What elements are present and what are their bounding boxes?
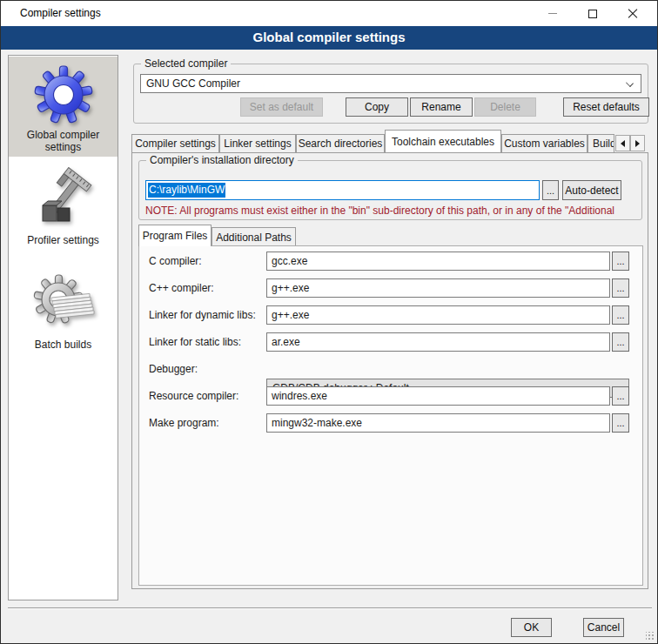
linker-dynamic-input[interactable]: g++.exe [266, 305, 610, 325]
resource-compiler-browse-button[interactable]: ... [612, 386, 629, 406]
sidebar-item-batch-builds[interactable]: Batch builds [9, 268, 118, 372]
bin-subdirectory-note: NOTE: All programs must exist either in … [145, 205, 649, 218]
linker-static-label: Linker for static libs: [149, 335, 241, 349]
maximize-button[interactable] [573, 1, 613, 26]
cpp-compiler-value: g++.exe [272, 282, 309, 294]
debugger-label: Debugger: [149, 362, 198, 376]
compiler-select[interactable]: GNU GCC Compiler [140, 74, 641, 93]
arrow-right-icon [635, 140, 640, 147]
subtab-program-files[interactable]: Program Files [138, 225, 212, 246]
tab-custom-variables[interactable]: Custom variables [501, 134, 588, 152]
resource-compiler-value: windres.exe [272, 390, 327, 402]
maximize-icon [588, 10, 597, 18]
sidebar-item-label: Profiler settings [27, 234, 99, 246]
sidebar-item-global-compiler-settings[interactable]: Global compiler settings [9, 57, 118, 157]
compiler-settings-window: Compiler settings Global compiler settin… [0, 0, 658, 644]
linker-dynamic-value: g++.exe [272, 309, 309, 321]
installation-directory-input[interactable]: C:\raylib\MinGW [145, 180, 540, 200]
cpp-compiler-input[interactable]: g++.exe [266, 278, 610, 298]
sidebar-item-profiler-settings[interactable]: Profiler settings [9, 160, 118, 268]
footer-divider [8, 607, 652, 609]
resource-compiler-label: Resource compiler: [149, 389, 238, 403]
caliper-icon [32, 167, 95, 230]
arrow-left-icon [621, 140, 625, 147]
close-button[interactable] [613, 1, 653, 26]
make-program-value: mingw32-make.exe [272, 417, 362, 429]
chevron-down-icon [626, 79, 634, 87]
compiler-select-value: GNU GCC Compiler [146, 77, 240, 90]
c-compiler-label: C compiler: [149, 254, 202, 268]
tab-compiler-settings[interactable]: Compiler settings [131, 134, 219, 152]
linker-static-browse-button[interactable]: ... [612, 332, 629, 352]
subtab-additional-paths[interactable]: Additional Paths [212, 227, 296, 246]
c-compiler-input[interactable]: gcc.exe [266, 252, 610, 271]
linker-dynamic-browse-button[interactable]: ... [612, 305, 629, 325]
linker-static-input[interactable]: ar.exe [266, 332, 610, 352]
tab-scroll-right-button[interactable] [630, 135, 645, 151]
c-compiler-value: gcc.exe [272, 255, 307, 267]
linker-dynamic-label: Linker for dynamic libs: [149, 308, 256, 322]
cpp-compiler-label: C++ compiler: [149, 281, 214, 295]
installation-directory-legend: Compiler's installation directory [146, 154, 298, 167]
tab-build-options[interactable]: Build options [588, 134, 614, 152]
tab-linker-settings[interactable]: Linker settings [219, 134, 296, 152]
tab-search-directories[interactable]: Search directories [296, 134, 385, 152]
sidebar-item-label: Batch builds [35, 339, 91, 351]
settings-category-list: Global compiler settings Profi [8, 55, 118, 600]
tab-toolchain-executables[interactable]: Toolchain executables [385, 130, 501, 152]
set-as-default-button[interactable]: Set as default [240, 97, 323, 117]
selected-compiler-legend: Selected compiler [141, 57, 231, 70]
gray-gear-stack-icon [32, 272, 95, 334]
installation-directory-browse-button[interactable]: ... [542, 180, 559, 200]
window-title: Compiler settings [20, 1, 101, 26]
cancel-button[interactable]: Cancel [583, 618, 624, 637]
minimize-button[interactable] [533, 1, 573, 26]
reset-defaults-button[interactable]: Reset defaults [563, 97, 649, 117]
cpp-compiler-browse-button[interactable]: ... [612, 278, 629, 298]
ok-button[interactable]: OK [511, 618, 552, 637]
resource-compiler-input[interactable]: windres.exe [266, 386, 610, 406]
dialog-header: Global compiler settings [1, 26, 657, 50]
tab-scroll-left-button[interactable] [615, 135, 630, 151]
make-program-browse-button[interactable]: ... [612, 413, 629, 433]
minimize-icon [548, 13, 557, 14]
make-program-input[interactable]: mingw32-make.exe [266, 413, 610, 433]
blue-gear-icon [32, 62, 95, 124]
sidebar-item-label: Global compiler settings [16, 129, 111, 153]
c-compiler-browse-button[interactable]: ... [612, 252, 629, 271]
copy-button[interactable]: Copy [346, 97, 408, 117]
make-program-label: Make program: [149, 416, 219, 430]
delete-button[interactable]: Delete [474, 97, 536, 117]
auto-detect-button[interactable]: Auto-detect [562, 180, 621, 200]
rename-button[interactable]: Rename [410, 97, 473, 117]
resize-grip[interactable] [646, 632, 655, 641]
linker-static-value: ar.exe [272, 336, 300, 348]
close-icon [628, 9, 638, 19]
installation-directory-value: C:\raylib\MinGW [148, 183, 225, 198]
